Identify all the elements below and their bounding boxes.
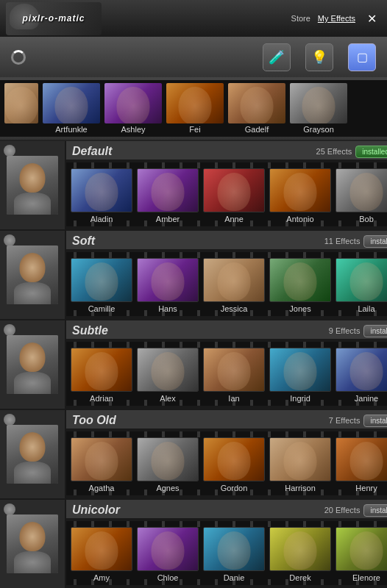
- effect-label: Janine: [355, 394, 378, 403]
- category-label-area-default: Default 25 Effects installed Aladin Ambe…: [66, 141, 387, 229]
- install-button-tooold[interactable]: install: [363, 415, 387, 427]
- category-preview-default: [0, 141, 66, 229]
- category-row-soft: Soft 11 Effects install Camille Hans: [0, 231, 387, 320]
- list-item[interactable]: Amber: [135, 162, 200, 226]
- effect-label: Gordon: [221, 484, 248, 492]
- category-icon-subtle: [4, 324, 15, 336]
- category-row-unicolor: Unicolor 20 Effects install Amy Chloe: [0, 500, 387, 588]
- list-item[interactable]: Chloe: [135, 521, 200, 585]
- list-item[interactable]: Ashley: [103, 83, 163, 134]
- main-scroll-area[interactable]: Artfunkle Ashley Fei Gadelf Grayson: [0, 77, 387, 588]
- list-item[interactable]: Ian: [202, 342, 266, 406]
- category-name-tooold: Too Old: [72, 414, 116, 427]
- list-item[interactable]: Fei: [165, 83, 225, 134]
- category-header-default: Default 25 Effects installed: [66, 141, 387, 159]
- effect-label: Amy: [93, 573, 110, 582]
- list-item[interactable]: Alex: [135, 342, 200, 406]
- filmstrip-tooold: Agatha Agnes Gordon Harrison Henry: [66, 431, 387, 495]
- category-icon-soft: [4, 234, 15, 246]
- category-preview-img-soft: [7, 245, 58, 304]
- potion-button[interactable]: 🧪: [263, 43, 291, 71]
- effect-count-unicolor: 20 Effects: [324, 506, 361, 514]
- category-header-subtle: Subtle 9 Effects install: [66, 320, 387, 339]
- category-header-soft: Soft 11 Effects install: [66, 231, 387, 249]
- filmstrip-container-subtle: Adrian Alex Ian Ingrid Janine: [66, 339, 387, 409]
- list-item[interactable]: [3, 83, 40, 134]
- list-item[interactable]: Jones: [268, 252, 333, 316]
- header-nav: Store My Effects ✕: [291, 10, 381, 27]
- list-item[interactable]: Agatha: [69, 431, 134, 495]
- loading-spinner: [11, 50, 26, 65]
- install-button-unicolor[interactable]: install: [363, 504, 387, 517]
- install-button-default[interactable]: installed: [355, 146, 387, 158]
- list-item[interactable]: Antonio: [268, 162, 333, 226]
- list-item[interactable]: Jessica: [202, 252, 266, 316]
- list-item[interactable]: Laila: [334, 252, 387, 316]
- effect-label: Hans: [158, 304, 177, 313]
- effect-count-soft: 11 Effects: [324, 237, 361, 245]
- list-item[interactable]: Anne: [202, 162, 266, 226]
- bulb-button[interactable]: 💡: [305, 43, 333, 71]
- effect-label: Harrison: [285, 484, 316, 492]
- category-meta-tooold: 7 Effects install: [329, 415, 387, 427]
- category-preview-img-unicolor: [7, 514, 58, 573]
- category-label-area-soft: Soft 11 Effects install Camille Hans: [66, 231, 387, 319]
- filmstrip-default: Aladin Amber Anne Antonio Bob: [66, 162, 387, 226]
- effect-count-subtle: 9 Effects: [329, 326, 361, 335]
- effect-label: Amber: [156, 215, 180, 223]
- list-item[interactable]: Artfunkle: [41, 83, 102, 134]
- install-button-subtle[interactable]: install: [363, 325, 387, 337]
- list-item[interactable]: Gadelf: [227, 83, 287, 134]
- category-name-soft: Soft: [72, 234, 95, 248]
- top-strip: Artfunkle Ashley Fei Gadelf Grayson: [0, 80, 387, 137]
- list-item[interactable]: Henry: [334, 431, 387, 495]
- list-item[interactable]: Bob: [334, 162, 387, 226]
- category-label-area-unicolor: Unicolor 20 Effects install Amy Chloe: [66, 500, 387, 588]
- category-name-unicolor: Unicolor: [72, 503, 120, 517]
- list-item[interactable]: Ingrid: [268, 342, 333, 406]
- category-name-default: Default: [72, 145, 112, 158]
- list-item[interactable]: Janine: [334, 342, 387, 406]
- list-item[interactable]: Amy: [69, 521, 134, 585]
- app-header: pixlr-o-matic Store My Effects ✕: [0, 0, 387, 37]
- effect-label: Henry: [355, 484, 377, 492]
- effect-label: Agatha: [89, 484, 115, 492]
- category-preview-img-default: [7, 156, 58, 215]
- list-item[interactable]: Camille: [69, 252, 134, 316]
- category-preview-unicolor: [0, 500, 66, 588]
- effect-label: Gadelf: [245, 125, 269, 134]
- category-meta-default: 25 Effects installed: [316, 146, 387, 158]
- potion-icon: 🧪: [269, 49, 285, 65]
- list-item[interactable]: Adrian: [69, 342, 134, 406]
- store-link[interactable]: Store: [291, 14, 310, 23]
- list-item[interactable]: Elenore: [334, 521, 387, 585]
- filmstrip-container-soft: Camille Hans Jessica Jones Laila: [66, 249, 387, 319]
- effect-label: Elenore: [352, 573, 380, 582]
- list-item[interactable]: Hans: [135, 252, 200, 316]
- effect-label: Antonio: [286, 215, 313, 223]
- frame-button[interactable]: ▢: [348, 43, 376, 71]
- list-item[interactable]: Derek: [268, 521, 333, 585]
- effect-label: Bob: [359, 215, 374, 223]
- category-meta-unicolor: 20 Effects install: [324, 504, 387, 517]
- my-effects-link[interactable]: My Effects: [318, 14, 355, 23]
- category-preview-img-tooold: [7, 425, 58, 484]
- list-item[interactable]: Gordon: [202, 431, 266, 495]
- install-button-soft[interactable]: install: [363, 235, 387, 248]
- category-preview-tooold: [0, 410, 66, 498]
- effect-label: Ian: [228, 394, 239, 403]
- category-icon-default: [4, 145, 15, 157]
- list-item[interactable]: Agnes: [135, 431, 200, 495]
- icon-bar: 🧪 💡 ▢: [0, 37, 387, 77]
- close-button[interactable]: ✕: [363, 10, 381, 27]
- list-item[interactable]: Aladin: [69, 162, 134, 226]
- list-item[interactable]: Grayson: [288, 83, 349, 134]
- effect-label: Chloe: [157, 573, 179, 582]
- effect-label: Danie: [224, 573, 245, 582]
- filmstrip-container-default: Aladin Amber Anne Antonio Bob: [66, 159, 387, 229]
- category-row-subtle: Subtle 9 Effects install Adrian Alex: [0, 320, 387, 410]
- list-item[interactable]: Harrison: [268, 431, 333, 495]
- effect-label: Alex: [160, 394, 175, 403]
- filmstrip-soft: Camille Hans Jessica Jones Laila: [66, 252, 387, 316]
- list-item[interactable]: Danie: [202, 521, 266, 585]
